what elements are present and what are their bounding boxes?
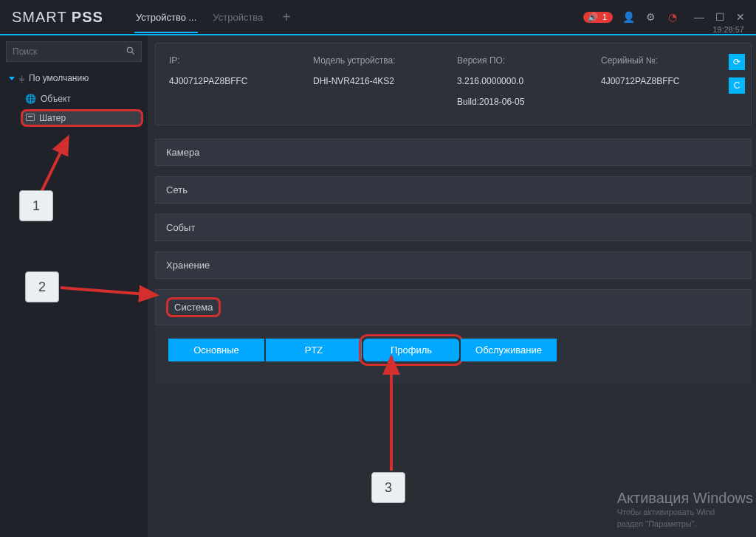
button-maintenance[interactable]: Обслуживание — [461, 339, 557, 361]
globe-icon: 🌐 — [25, 94, 36, 104]
version-label: Версия ПО: — [457, 55, 594, 66]
alert-count: 1 — [602, 13, 607, 21]
search-input[interactable] — [6, 41, 142, 62]
model-label: Модель устройства: — [313, 55, 450, 66]
search-container — [6, 41, 142, 62]
section-system[interactable]: Система — [155, 289, 752, 325]
section-event[interactable]: Событ — [155, 214, 752, 241]
button-profile[interactable]: Профиль — [363, 339, 459, 361]
close-button[interactable]: ✕ — [734, 10, 747, 24]
speaker-icon: 🔊 — [588, 13, 598, 22]
tree-root-default[interactable]: ⏚ По умолчанию — [4, 68, 143, 89]
callout-1: 1 — [19, 190, 53, 221]
section-system-label: Система — [166, 297, 221, 317]
section-camera[interactable]: Камера — [155, 139, 752, 166]
version-value: 3.216.0000000.0 — [457, 76, 594, 86]
button-ptz[interactable]: PTZ — [266, 339, 362, 361]
clock: 19:28:57 — [712, 25, 744, 34]
refresh-button[interactable]: ⟳ — [729, 54, 745, 70]
tree-item-label: Объект — [41, 94, 71, 104]
tree-item-object[interactable]: 🌐 Объект — [21, 89, 143, 109]
section-storage[interactable]: Хранение — [155, 252, 752, 279]
build-value: Build:2018-06-05 — [457, 97, 594, 107]
tree-root-label: По умолчанию — [29, 73, 89, 83]
serial-label: Серийный №: — [601, 55, 738, 66]
search-icon[interactable] — [126, 46, 136, 59]
device-info-card: IP: 4J00712PAZ8BFFC Модель устройства: D… — [155, 43, 752, 125]
gear-icon[interactable]: ⚙ — [644, 10, 657, 24]
serial-value: 4J00712PAZ8BFFC — [601, 76, 738, 86]
maximize-button[interactable]: ☐ — [713, 10, 726, 24]
ip-label: IP: — [169, 55, 306, 66]
tab-add-button[interactable]: + — [278, 4, 295, 30]
settings-button[interactable]: C — [729, 77, 745, 94]
chevron-down-icon — [9, 77, 15, 80]
callout-3: 3 — [371, 472, 405, 503]
alert-badge[interactable]: 🔊 1 — [583, 12, 613, 23]
tree-item-shater[interactable]: Шатер — [21, 109, 143, 127]
network-icon: ⏚ — [19, 73, 24, 83]
callout-2: 2 — [25, 271, 59, 302]
svg-point-0 — [127, 47, 132, 52]
device-icon — [26, 113, 35, 123]
user-icon[interactable]: 👤 — [622, 10, 635, 24]
button-basic[interactable]: Основные — [168, 339, 264, 361]
tab-device-config[interactable]: Устройство ... — [134, 3, 198, 32]
tree-item-label: Шатер — [39, 113, 66, 123]
svg-line-1 — [132, 52, 134, 55]
section-network[interactable]: Сеть — [155, 176, 752, 204]
model-value: DHI-NVR4216-4KS2 — [313, 76, 450, 86]
tab-devices[interactable]: Устройства — [211, 3, 264, 32]
app-logo: SMART PSS — [12, 9, 103, 26]
ip-value: 4J00712PAZ8BFFC — [169, 76, 306, 86]
section-system-body: Основные PTZ Профиль Обслуживание — [155, 325, 752, 384]
minimize-button[interactable]: — — [693, 10, 706, 24]
windows-activation-watermark: Активация Windows Чтобы активировать Win… — [617, 490, 753, 530]
gauge-icon[interactable]: ◔ — [666, 10, 679, 24]
